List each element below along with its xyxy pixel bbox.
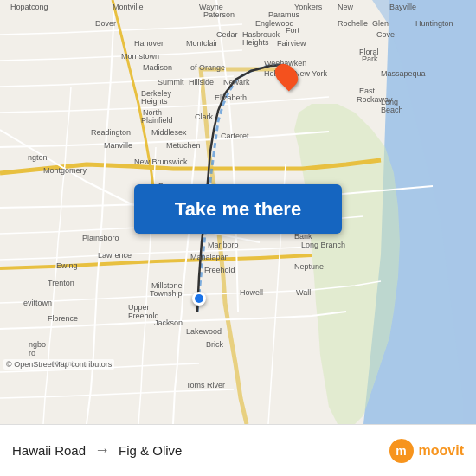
- moovit-logo: m moovit: [389, 439, 464, 463]
- route-arrow-icon: →: [94, 441, 110, 460]
- start-marker: [192, 292, 206, 306]
- end-marker: [277, 62, 296, 88]
- route-from: Hawaii Road: [12, 443, 86, 458]
- map-container: HopatcongMontvilleWaynePatersonYonkersNe…: [0, 0, 476, 424]
- map-attribution: © OpenStreetMap contributors: [3, 359, 114, 370]
- route-to: Fig & Olive: [119, 443, 182, 458]
- moovit-text: moovit: [419, 443, 464, 459]
- moovit-icon: m: [389, 439, 414, 463]
- route-info: Hawaii Road → Fig & Olive: [12, 441, 389, 460]
- bottom-bar: Hawaii Road → Fig & Olive m moovit: [0, 424, 476, 476]
- take-me-there-button[interactable]: Take me there: [134, 184, 342, 234]
